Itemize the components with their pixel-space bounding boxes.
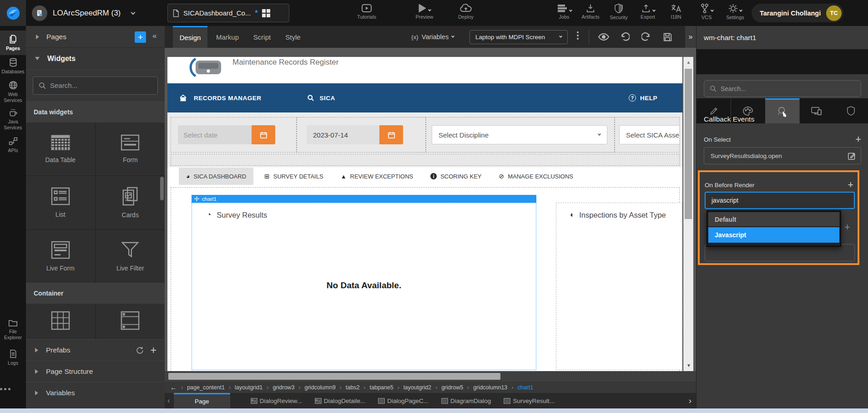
scroll-down-arrow[interactable]: ▼: [684, 360, 694, 370]
widget-tile-list[interactable]: List: [26, 176, 95, 229]
rail-item-databases[interactable]: Databases: [0, 58, 26, 75]
bottom-tab-dialog-detail[interactable]: DialogDetaile...: [315, 398, 366, 404]
scroll-thumb[interactable]: [685, 69, 692, 219]
device-selector[interactable]: Laptop with MDPI Screen: [469, 30, 568, 44]
tab-responsive-devices[interactable]: [800, 98, 834, 123]
tab-script[interactable]: Script: [247, 26, 277, 48]
tab-sica-dashboard[interactable]: ◕ SICA DASHBOARD: [179, 168, 253, 185]
preview-eye-button[interactable]: [598, 31, 610, 42]
home-icon[interactable]: [179, 94, 187, 102]
breadcrumb-item[interactable]: tabs2: [346, 384, 360, 391]
widgets-section-header[interactable]: Widgets: [26, 48, 165, 70]
vcs-button[interactable]: VCS: [690, 4, 723, 20]
widget-search-input[interactable]: [50, 82, 150, 89]
rail-item-file-explorer[interactable]: File Explorer: [0, 319, 26, 340]
canvas-horizontal-scrollbar[interactable]: [165, 371, 696, 382]
i18n-button[interactable]: I18N: [660, 4, 692, 20]
nav-help[interactable]: ? HELP: [629, 94, 657, 102]
pages-caret-icon[interactable]: [36, 35, 39, 39]
variables-section-header[interactable]: Variables: [26, 382, 165, 403]
on-before-render-input[interactable]: javascript: [705, 192, 855, 209]
widget-tile-live-form[interactable]: Live Form: [26, 230, 95, 283]
prefabs-section-header[interactable]: Prefabs +: [26, 339, 165, 361]
breadcrumb-item[interactable]: page_content1: [187, 384, 225, 391]
breadcrumb-back-icon[interactable]: ←: [170, 383, 177, 391]
widget-tile-panel[interactable]: [96, 304, 165, 339]
deploy-button[interactable]: Deploy: [449, 4, 482, 20]
date2-calendar-button[interactable]: [379, 125, 403, 144]
canvas-vertical-scrollbar[interactable]: ▲ ▼: [683, 57, 693, 371]
variables-menu[interactable]: {x} Variables: [411, 26, 454, 48]
rail-item-web-services[interactable]: Web Services: [0, 81, 26, 103]
chart1-card[interactable]: ◔ Survey Results No Data Available.: [192, 203, 536, 370]
tab-manage-exclusions[interactable]: ⊘ MANAGE EXCLUSIONS: [492, 168, 581, 184]
widget-tile-live-filter[interactable]: Live Filter: [96, 230, 165, 283]
breadcrumb-item[interactable]: tabpane5: [370, 384, 394, 391]
tabs-scroll-left-icon[interactable]: ‹: [167, 396, 170, 405]
on-select-value-box[interactable]: SurveyResultsdialog.open: [704, 147, 861, 164]
tab-scoring-key[interactable]: i SCORING KEY: [423, 168, 489, 184]
tutorials-button[interactable]: Tutorials: [350, 4, 383, 20]
select-date-input[interactable]: [178, 125, 252, 144]
expand-right-panel-button[interactable]: »: [685, 26, 696, 48]
rail-item-apis[interactable]: APIs: [0, 137, 26, 153]
rail-more-options[interactable]: [0, 388, 26, 390]
date-value-input[interactable]: [307, 125, 379, 144]
breadcrumb-item[interactable]: layoutgrid2: [404, 384, 431, 391]
inspections-card[interactable]: ◖ Inspections by Asset Type: [556, 203, 682, 370]
undo-button[interactable]: [619, 31, 631, 42]
tab-review-exceptions[interactable]: ▲ REVIEW EXCEPTIONS: [333, 168, 421, 184]
breadcrumb-item-active[interactable]: chart1: [518, 384, 534, 391]
breadcrumb-item[interactable]: gridcolumn9: [305, 384, 336, 391]
project-selector[interactable]: LOArcSpeedRM (3): [32, 5, 135, 21]
hscroll-thumb[interactable]: [168, 373, 500, 380]
tabs-scroll-right-icon[interactable]: ›: [689, 396, 691, 406]
breadcrumb-item[interactable]: gridrow3: [273, 384, 294, 391]
discipline-select[interactable]: Select Discipline: [432, 125, 607, 144]
sica-asset-select[interactable]: Select SICA Asse: [619, 125, 679, 144]
refresh-prefabs-icon[interactable]: [136, 346, 144, 355]
tab-design[interactable]: Design: [173, 26, 207, 48]
property-search-input[interactable]: [721, 85, 853, 92]
nav-sica[interactable]: SICA: [320, 95, 335, 102]
settings-button[interactable]: Settings: [719, 4, 752, 20]
page-structure-section-header[interactable]: Page Structure: [26, 361, 165, 382]
tab-security-shield[interactable]: [834, 98, 868, 123]
widget-tile-cards[interactable]: Cards: [96, 176, 165, 229]
widget-tile-data-table[interactable]: Data Table: [26, 122, 95, 175]
bottom-tab-dialog-pagec[interactable]: DialogPageC...: [378, 398, 429, 404]
redo-button[interactable]: [641, 31, 652, 42]
dropdown-option-default[interactable]: Default: [708, 212, 839, 226]
open-page-tab[interactable]: SICADashboard_Co... *: [167, 4, 289, 22]
tab-survey-details[interactable]: ⊞ SURVEY DETAILS: [257, 168, 331, 184]
add-prefab-icon[interactable]: +: [151, 345, 156, 356]
bottom-tab-diagram-dialog[interactable]: DiagramDialog: [441, 398, 491, 404]
user-menu[interactable]: Tarangini Chollangi TC: [752, 4, 843, 22]
security-button[interactable]: Security: [602, 4, 635, 20]
breadcrumb-item[interactable]: gridrow5: [441, 384, 463, 391]
left-panel-scrollbar[interactable]: [160, 177, 164, 200]
breadcrumb-item[interactable]: gridcolumn13: [473, 384, 507, 391]
nav-records-manager[interactable]: RECORDS MANAGER: [194, 95, 262, 102]
add-hidden-event-icon[interactable]: +: [844, 222, 850, 232]
collapse-panel-icon[interactable]: «: [152, 31, 156, 41]
tab-events-active[interactable]: [765, 98, 799, 123]
add-page-button[interactable]: +: [135, 31, 146, 43]
bottom-tab-survey-result[interactable]: SurveyResult...: [504, 398, 555, 404]
rail-item-java-services[interactable]: Java Services: [0, 108, 26, 130]
breadcrumb-item[interactable]: layoutgrid1: [235, 384, 262, 391]
chart1-selection-bar[interactable]: chart1: [192, 195, 536, 203]
edit-icon[interactable]: [848, 152, 856, 160]
rail-item-logs[interactable]: Logs: [0, 349, 26, 366]
nav-search-icon[interactable]: [307, 94, 314, 102]
add-on-select-icon[interactable]: +: [855, 134, 861, 144]
more-options-kebab-icon[interactable]: [574, 31, 581, 40]
dashboard-grid-icon[interactable]: [262, 9, 270, 17]
date1-calendar-button[interactable]: [252, 125, 275, 144]
preview-button[interactable]: Preview: [408, 4, 441, 20]
widget-tile-grid-layout[interactable]: [26, 304, 95, 339]
save-button[interactable]: [661, 31, 673, 42]
tab-style[interactable]: Style: [279, 26, 307, 48]
tab-markup[interactable]: Markup: [211, 26, 244, 48]
rail-item-pages[interactable]: Pages: [0, 31, 26, 55]
